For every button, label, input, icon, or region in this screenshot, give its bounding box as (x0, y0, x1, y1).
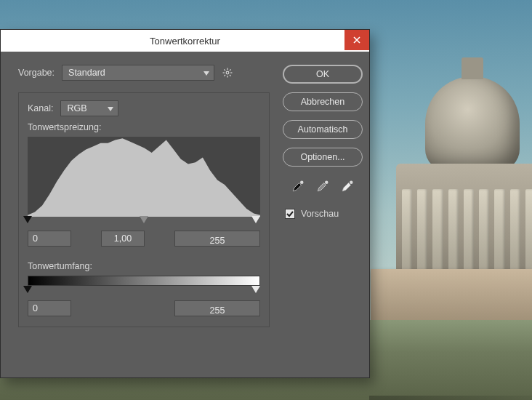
dialog-body: Vorgabe: Standard Kanal: RGB Tonw (1, 52, 369, 377)
preset-value: Standard (68, 68, 105, 78)
titlebar[interactable]: Tonwertkorrektur (1, 30, 369, 52)
preset-select[interactable]: Standard (62, 65, 214, 81)
preset-label: Vorgabe: (18, 68, 55, 78)
levels-dialog: Tonwertkorrektur Vorgabe: Standard Kanal… (0, 29, 370, 378)
white-point-eyedropper-icon[interactable] (341, 180, 354, 193)
output-highlight-value: 255 (210, 305, 225, 316)
output-shadow-field[interactable]: 0 (28, 300, 71, 316)
svg-point-0 (226, 71, 229, 74)
bg-shadow (369, 396, 532, 400)
svg-line-5 (224, 69, 225, 71)
cancel-button[interactable]: Abbrechen (283, 92, 363, 111)
histogram-wrap: 0 1,00 255 (28, 137, 260, 247)
channel-label: Kanal: (28, 103, 53, 113)
input-levels-label: Tonwertspreizung: (28, 122, 260, 132)
svg-point-9 (300, 181, 304, 185)
output-shadow-value: 0 (33, 303, 38, 313)
close-icon (353, 36, 360, 44)
output-gradient (28, 276, 260, 286)
input-highlight-field[interactable]: 255 (174, 231, 260, 247)
preview-label: Vorschau (301, 209, 339, 219)
channel-select[interactable]: RGB (60, 100, 118, 116)
histogram-svg (28, 137, 260, 217)
input-midtone-value: 1,00 (114, 233, 132, 244)
input-highlight-slider[interactable] (251, 216, 260, 223)
histogram (28, 137, 260, 217)
input-slider-track[interactable] (28, 216, 260, 225)
gear-icon (222, 68, 233, 78)
right-column: OK Abbrechen Automatisch Optionen... Vor… (283, 65, 363, 366)
preset-row: Vorgabe: Standard (18, 65, 270, 81)
input-midtone-field[interactable]: 1,00 (101, 231, 145, 247)
check-icon (286, 210, 294, 217)
input-levels-inputs: 0 1,00 255 (28, 231, 260, 247)
chevron-down-icon (108, 107, 113, 111)
dialog-title: Tonwertkorrektur (150, 36, 220, 47)
options-button[interactable]: Optionen... (283, 148, 363, 167)
preset-menu-button[interactable] (222, 67, 233, 79)
close-button[interactable] (344, 30, 369, 50)
chevron-down-icon (203, 71, 209, 76)
output-highlight-slider[interactable] (251, 286, 260, 293)
output-slider-track[interactable] (28, 286, 260, 295)
black-point-eyedropper-icon[interactable] (291, 180, 305, 193)
left-column: Vorgabe: Standard Kanal: RGB Tonw (18, 65, 270, 366)
cancel-label: Abbrechen (301, 97, 344, 107)
auto-label: Automatisch (298, 124, 348, 135)
auto-button[interactable]: Automatisch (283, 120, 363, 139)
bg-dome (425, 76, 520, 171)
output-shadow-slider[interactable] (23, 286, 32, 293)
input-shadow-slider[interactable] (23, 216, 32, 223)
ok-button[interactable]: OK (283, 65, 363, 84)
preview-checkbox[interactable] (285, 209, 295, 219)
input-midtone-slider[interactable] (140, 216, 148, 223)
gray-point-eyedropper-icon[interactable] (316, 180, 329, 193)
svg-point-10 (325, 181, 329, 185)
bg-wall (371, 269, 532, 327)
svg-line-6 (230, 75, 231, 76)
ok-label: OK (316, 69, 329, 79)
input-shadow-value: 0 (33, 233, 38, 244)
svg-point-11 (350, 181, 353, 185)
output-levels-inputs: 0 255 (28, 300, 260, 316)
output-highlight-field[interactable]: 255 (174, 300, 260, 316)
preview-row[interactable]: Vorschau (285, 209, 339, 219)
input-shadow-field[interactable]: 0 (28, 231, 71, 247)
channel-value: RGB (67, 103, 86, 113)
input-highlight-value: 255 (210, 236, 225, 246)
options-label: Optionen... (300, 152, 344, 162)
eyedropper-row (291, 180, 354, 193)
svg-line-7 (230, 69, 231, 71)
svg-line-8 (224, 75, 225, 76)
output-levels-label: Tonwertumfang: (28, 261, 260, 271)
levels-group: Kanal: RGB Tonwertspreizung: (18, 92, 270, 327)
